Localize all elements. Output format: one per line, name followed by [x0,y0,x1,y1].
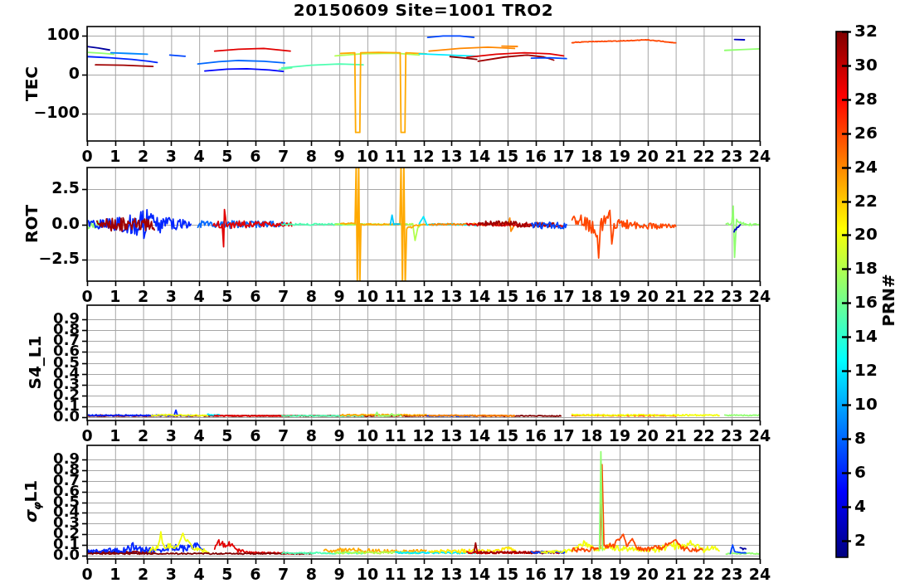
ylabel-rot: ROT [22,205,41,243]
chart-canvas [0,0,900,588]
page-title: 20150609 Site=1001 TRO2 [87,0,760,20]
ylabel-s4-l1: S4_L1 [25,336,45,390]
ylabel-tec: TEC [22,66,41,101]
figure: 20150609 Site=1001 TRO2 TEC ROT S4_L1 σφ… [0,0,900,588]
colorbar-label: PRN# [878,274,898,327]
ylabel-sigma-phi-l1: σφL1 [21,480,43,523]
